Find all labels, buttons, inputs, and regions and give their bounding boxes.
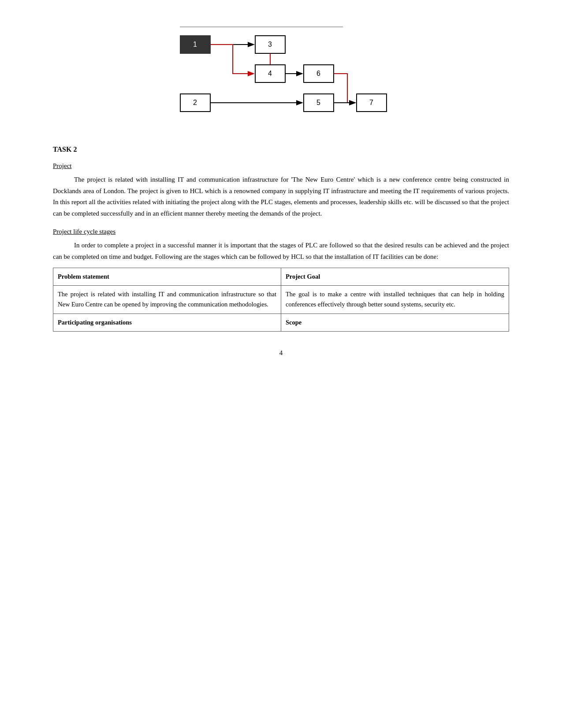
table-cell-scope-header: Scope: [281, 314, 509, 331]
project-heading: Project: [53, 162, 509, 170]
table-body: Problem statement Project Goal The proje…: [53, 268, 509, 332]
table-cell-participating-header: Participating organisations: [53, 314, 281, 331]
box-2: 2: [180, 93, 211, 112]
table-cell-problem-content: The project is related with installing I…: [53, 286, 281, 314]
top-decorative-line: [180, 26, 343, 27]
plc-paragraph: In order to complete a project in a succ…: [53, 240, 509, 262]
plc-heading: Project life cycle stages: [53, 228, 509, 235]
table-row: Problem statement Project Goal: [53, 268, 509, 286]
box-1: 1: [180, 35, 211, 54]
box-3: 3: [255, 35, 286, 54]
data-table: Problem statement Project Goal The proje…: [53, 268, 509, 332]
table-cell-goal-content: The goal is to make a centre with instal…: [281, 286, 509, 314]
page: 1 2 3 4 5 6 7: [0, 0, 562, 728]
diagram-container: 1 2 3 4 5 6 7: [53, 26, 509, 123]
page-number: 4: [53, 349, 509, 357]
task-heading: TASK 2: [53, 146, 509, 153]
project-paragraph: The project is related with installing I…: [53, 174, 509, 219]
box-4: 4: [255, 64, 286, 83]
diagram: 1 2 3 4 5 6 7: [167, 26, 396, 123]
box-6: 6: [303, 64, 334, 83]
box-5: 5: [303, 93, 334, 112]
table-row: Participating organisations Scope: [53, 314, 509, 331]
table-cell-problem-header: Problem statement: [53, 268, 281, 286]
table-row: The project is related with installing I…: [53, 286, 509, 314]
box-7: 7: [356, 93, 387, 112]
table-cell-goal-header: Project Goal: [281, 268, 509, 286]
